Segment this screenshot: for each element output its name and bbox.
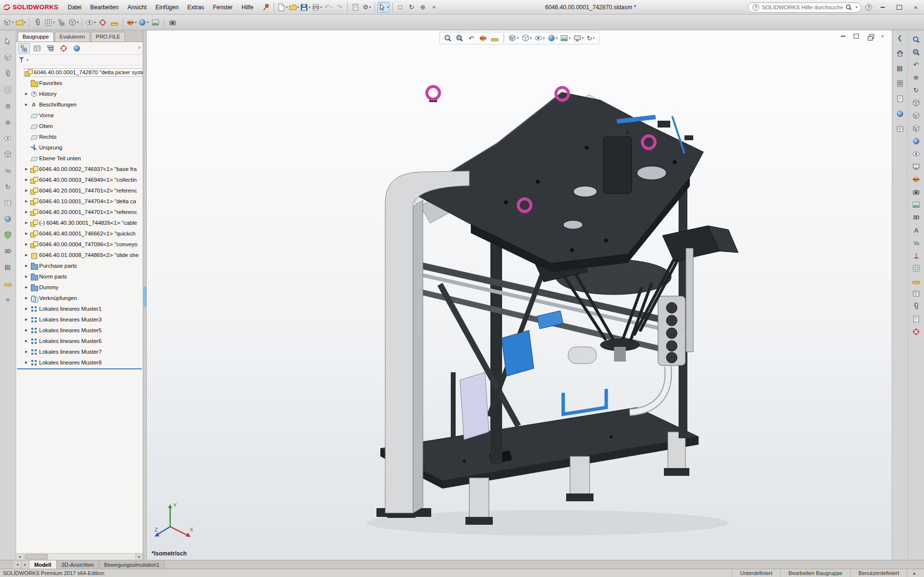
model-base-table[interactable] — [380, 407, 699, 489]
expand-arrow-icon[interactable]: ▶ — [24, 210, 29, 214]
tree-item[interactable]: ▶6046.40.20.0001_744701<1> "referenc — [16, 207, 143, 217]
doc-close-button[interactable]: × — [878, 32, 887, 40]
chevron-down-icon[interactable]: ▾ — [582, 36, 584, 40]
select-tool-button[interactable] — [2, 36, 13, 47]
rt-measure-button[interactable] — [911, 276, 921, 286]
motion-study-button[interactable]: ↻ — [2, 181, 13, 192]
rt-shaded-button[interactable] — [911, 136, 921, 146]
rt-table-button[interactable] — [911, 288, 921, 299]
help-search-box[interactable]: ? ▾ — [748, 2, 861, 13]
chevron-down-icon[interactable]: ▾ — [517, 36, 519, 40]
tree-item[interactable]: ▶Ursprung — [16, 142, 143, 153]
edit-component-button[interactable]: ▾ — [3, 17, 14, 28]
exploded-view-button[interactable] — [2, 214, 13, 224]
model-lavender-plate[interactable] — [460, 372, 489, 440]
rt-previous-view-button[interactable]: ↶ — [911, 60, 921, 70]
view-settings-button[interactable]: ▾ — [573, 33, 584, 43]
expand-arrow-icon[interactable]: ▶ — [24, 242, 29, 246]
model-valve-manifold[interactable] — [658, 296, 685, 365]
bom-button[interactable] — [2, 197, 13, 208]
help-search-input[interactable] — [762, 4, 843, 10]
tree-item[interactable]: ▶Verknüpfungen — [16, 293, 143, 303]
measure-hud-button[interactable] — [490, 33, 500, 43]
configuration-manager-tab[interactable] — [44, 43, 56, 53]
tree-horizontal-scrollbar[interactable]: ◄ ► — [16, 553, 143, 560]
print-button[interactable]: ▾ — [311, 2, 323, 13]
menu-ansicht[interactable]: Ansicht — [123, 2, 151, 13]
chevron-down-icon[interactable]: ▾ — [556, 36, 558, 40]
expand-arrow-icon[interactable]: ▶ — [24, 275, 29, 278]
target-button[interactable] — [97, 17, 108, 28]
component-tree-button[interactable] — [56, 17, 67, 28]
assembly-features-button[interactable] — [2, 149, 13, 160]
hide-show-button[interactable]: ▾ — [85, 17, 96, 28]
scroll-left-icon[interactable]: ◄ — [16, 554, 23, 560]
chevron-down-icon[interactable]: ▾ — [26, 58, 28, 62]
status-units[interactable]: Benutzerdefiniert — [850, 569, 907, 577]
make-drawing-button[interactable]: ▾ — [15, 17, 26, 28]
expand-arrow-icon[interactable]: ▶ — [24, 167, 29, 171]
menu-bearbeiten[interactable]: Bearbeiten — [86, 2, 123, 13]
custom-properties-tab[interactable] — [895, 124, 905, 134]
model-right-rail[interactable] — [686, 248, 693, 352]
appearances-scenes-tab[interactable] — [895, 108, 905, 119]
rt-section-button[interactable] — [911, 174, 921, 184]
options-tool-button[interactable]: ≡ — [2, 294, 13, 305]
previous-view-button[interactable]: ↶ — [466, 33, 476, 43]
expand-arrow-icon[interactable]: ▶ — [24, 92, 29, 96]
menu-datei[interactable]: Datei — [64, 2, 86, 13]
chevron-down-icon[interactable]: ▾ — [855, 5, 857, 9]
menu-einfuegen[interactable]: Einfügen — [151, 2, 183, 13]
expand-arrow-icon[interactable]: ▶ — [24, 318, 29, 321]
tab-evaluieren[interactable]: Evaluieren — [55, 32, 90, 42]
redo-button[interactable]: ↷ — [334, 2, 345, 13]
expand-arrow-icon[interactable]: ▶ — [24, 178, 29, 182]
tree-item[interactable]: ▶Lokales lineares Muster6 — [16, 336, 143, 346]
expand-arrow-icon[interactable]: ▶ — [24, 350, 29, 354]
tree-item-root[interactable]: ▶6046.40.00.0001_742870 "delta picker sy… — [16, 67, 143, 78]
menu-hilfe[interactable]: Hilfe — [237, 2, 258, 13]
tab-3d-ansichten[interactable]: 3D-Ansichten — [57, 560, 99, 569]
dimxpert-manager-tab[interactable] — [58, 43, 69, 53]
show-hidden-button[interactable] — [2, 133, 13, 144]
doc-restore-button[interactable] — [865, 32, 874, 40]
rt-target-button[interactable] — [911, 326, 921, 337]
tree-item[interactable]: ▶6046.40.00.0004_747096<1> "conveyo — [16, 239, 143, 250]
pan-button[interactable]: + — [429, 2, 440, 13]
rt-annotation-button[interactable] — [911, 225, 921, 235]
rt-rotate-button[interactable]: ↻ — [911, 85, 921, 95]
tree-item[interactable]: ▶Vorne — [16, 110, 143, 121]
tree-item[interactable]: ▶Lokales lineares Muster8 — [16, 357, 143, 368]
expand-arrow-icon[interactable]: ▶ — [24, 253, 29, 257]
apply-scene-button[interactable]: ▾ — [560, 33, 571, 43]
tab-bewegungssimulation[interactable]: Bewegungssimulation1 — [99, 560, 165, 569]
rt-attach-button[interactable] — [911, 301, 921, 311]
scene-button[interactable] — [150, 17, 161, 28]
minimize-button[interactable] — [876, 2, 889, 12]
tree-item[interactable]: ▶6046.40.01.0008_744865<2> "slide she — [16, 250, 143, 260]
rt-origin-display-button[interactable] — [911, 250, 921, 260]
model-cable-carrier[interactable] — [451, 372, 456, 437]
tab-profile[interactable]: PRO.FILE — [91, 32, 125, 42]
tree-item[interactable]: ▶Oben — [16, 121, 143, 131]
design-library-tab[interactable] — [895, 63, 905, 73]
tab-scroll-left-icon[interactable]: ◄ — [14, 560, 22, 569]
rt-camera-button[interactable] — [911, 187, 921, 197]
open-button[interactable]: ▾ — [288, 2, 300, 13]
rt-hidden-lines-button[interactable] — [911, 110, 921, 121]
expand-arrow-icon[interactable]: ▶ — [24, 296, 29, 300]
chevron-down-icon[interactable]: ▾ — [569, 36, 571, 40]
rt-wireframe-button[interactable] — [911, 98, 921, 108]
tree-item[interactable]: ▶(-) 6046.40.30.0001_744826<1> "cable — [16, 217, 143, 228]
menu-pin-button[interactable] — [261, 2, 271, 13]
display-style-button[interactable]: ▾ — [521, 33, 532, 43]
select-button[interactable]: ▾ — [377, 2, 390, 13]
expand-arrow-icon[interactable]: ▶ — [24, 307, 29, 311]
chevron-down-icon[interactable]: ▾ — [308, 5, 310, 9]
view-orientation-button[interactable]: ▾ — [508, 33, 519, 43]
filter-funnel-icon[interactable] — [19, 57, 25, 63]
splitter-grip[interactable] — [144, 286, 146, 307]
tree-item[interactable]: ▶Dummy — [16, 282, 143, 293]
zoom-target-button[interactable]: ⊕ — [418, 2, 428, 13]
file-explorer-tab[interactable] — [895, 78, 905, 88]
